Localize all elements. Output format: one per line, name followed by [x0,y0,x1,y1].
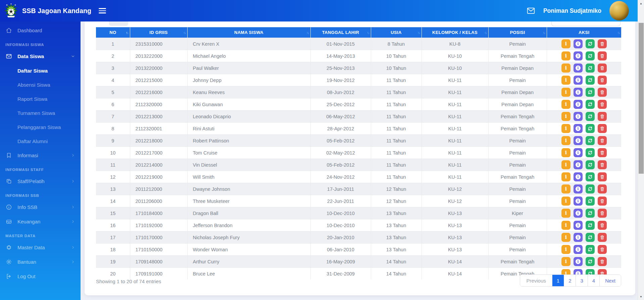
pagination-page-3[interactable]: 3 [576,275,587,286]
pagination-page-2[interactable]: 2 [564,275,576,286]
detail-button[interactable]: i [574,245,583,254]
delete-button[interactable] [598,160,607,169]
detail-button[interactable]: i [574,88,583,97]
info-button[interactable]: i [561,148,571,157]
sidebar-subitem-absensi-siswa[interactable]: Absensi Siswa [0,78,81,92]
sync-button[interactable] [586,51,595,60]
detail-button[interactable]: i [574,136,583,145]
info-button[interactable]: i [561,184,571,194]
sync-button[interactable] [586,39,595,48]
delete-button[interactable] [598,112,607,121]
sync-button[interactable] [586,257,595,266]
sync-button[interactable] [586,233,595,242]
info-button[interactable]: i [561,257,571,266]
sidebar-item-data-siswa[interactable]: Data Siswa [0,49,81,63]
sync-button[interactable] [586,172,595,181]
sync-button[interactable] [586,76,595,85]
detail-button[interactable]: i [574,76,583,85]
delete-button[interactable] [598,88,607,97]
sync-button[interactable] [586,63,595,73]
delete-button[interactable] [598,233,607,242]
info-button[interactable]: i [561,160,571,169]
sidebar-subitem-raport-siswa[interactable]: Raport Siswa [0,92,81,106]
delete-button[interactable] [598,245,607,254]
delete-button[interactable] [598,39,607,48]
column-header-tanggal-lahir[interactable]: TANGGAL LAHIR↑↓ [310,27,371,38]
page-length-select-fragment[interactable] [109,22,128,26]
sync-button[interactable] [586,245,595,254]
info-button[interactable]: i [561,112,571,121]
sidebar-item-bantuan[interactable]: Bantuan [0,255,81,269]
delete-button[interactable] [598,184,607,194]
vertical-scrollbar[interactable]: ▲ ▼ [638,0,644,300]
sync-button[interactable] [586,100,595,109]
search-input-fragment[interactable] [551,22,621,26]
sync-button[interactable] [586,160,595,169]
column-header-no[interactable]: NO↑↓ [96,27,130,38]
detail-button[interactable]: i [574,63,583,73]
info-button[interactable]: i [561,172,571,181]
info-button[interactable]: i [561,39,571,48]
info-button[interactable]: i [561,233,571,242]
sidebar-subitem-daftar-siswa[interactable]: Daftar Siswa [0,63,81,78]
info-button[interactable]: i [561,76,571,85]
delete-button[interactable] [598,100,607,109]
column-header-nama-siswa[interactable]: NAMA SISWA↑↓ [187,27,310,38]
info-button[interactable]: i [561,245,571,254]
pagination-previous-button[interactable]: Previous [520,275,552,286]
detail-button[interactable]: i [574,172,583,181]
detail-button[interactable]: i [574,39,583,48]
info-button[interactable]: i [561,124,571,133]
sidebar-item-master-data[interactable]: Master Data [0,240,81,255]
scroll-up-arrow-icon[interactable]: ▲ [638,1,644,6]
info-button[interactable]: i [561,100,571,109]
column-header-posisi[interactable]: POSISI↑↓ [488,27,547,38]
detail-button[interactable]: i [574,100,583,109]
delete-button[interactable] [598,124,607,133]
sync-button[interactable] [586,136,595,145]
detail-button[interactable]: i [574,197,583,206]
info-button[interactable]: i [561,197,571,206]
info-button[interactable]: i [561,209,571,218]
sidebar-item-staff-pelatih[interactable]: Staff/Pelatih [0,174,81,188]
sidebar-item-keuangan[interactable]: Keuangan [0,214,81,229]
column-header-usia[interactable]: USIA↑↓ [371,27,422,38]
detail-button[interactable]: i [574,209,583,218]
sidebar-subitem-pelanggaran-siswa[interactable]: Pelanggaran Siswa [0,120,81,134]
sync-button[interactable] [586,209,595,218]
delete-button[interactable] [598,197,607,206]
sync-button[interactable] [586,88,595,97]
sidebar-subitem-turnamen-siswa[interactable]: Turnamen Siswa [0,106,81,120]
pagination-page-1[interactable]: 1 [552,275,564,286]
info-button[interactable]: i [561,221,571,230]
info-button[interactable]: i [561,63,571,73]
detail-button[interactable]: i [574,51,583,60]
delete-button[interactable] [598,76,607,85]
scroll-down-arrow-icon[interactable]: ▼ [638,294,644,299]
delete-button[interactable] [598,148,607,157]
detail-button[interactable]: i [574,257,583,266]
delete-button[interactable] [598,257,607,266]
detail-button[interactable]: i [574,160,583,169]
sync-button[interactable] [586,112,595,121]
column-header-id-griis[interactable]: ID GRIIS↑↓ [130,27,187,38]
messages-icon[interactable] [527,6,535,15]
sync-button[interactable] [586,184,595,194]
sync-button[interactable] [586,148,595,157]
sync-button[interactable] [586,197,595,206]
detail-button[interactable]: i [574,233,583,242]
pagination-page-4[interactable]: 4 [588,275,599,286]
column-header-aksi[interactable]: AKSI↑↓ [547,27,621,38]
detail-button[interactable]: i [574,184,583,194]
sidebar-item-informasi[interactable]: Informasi [0,148,81,163]
detail-button[interactable]: i [574,221,583,230]
delete-button[interactable] [598,63,607,73]
sidebar-item-info-ssb[interactable]: Info SSB [0,200,81,214]
sidebar-subitem-daftar-alumni[interactable]: Daftar Alumni [0,134,81,148]
detail-button[interactable]: i [574,124,583,133]
delete-button[interactable] [598,136,607,145]
delete-button[interactable] [598,172,607,181]
sync-button[interactable] [586,124,595,133]
pagination-next-button[interactable]: Next [599,275,621,286]
delete-button[interactable] [598,221,607,230]
